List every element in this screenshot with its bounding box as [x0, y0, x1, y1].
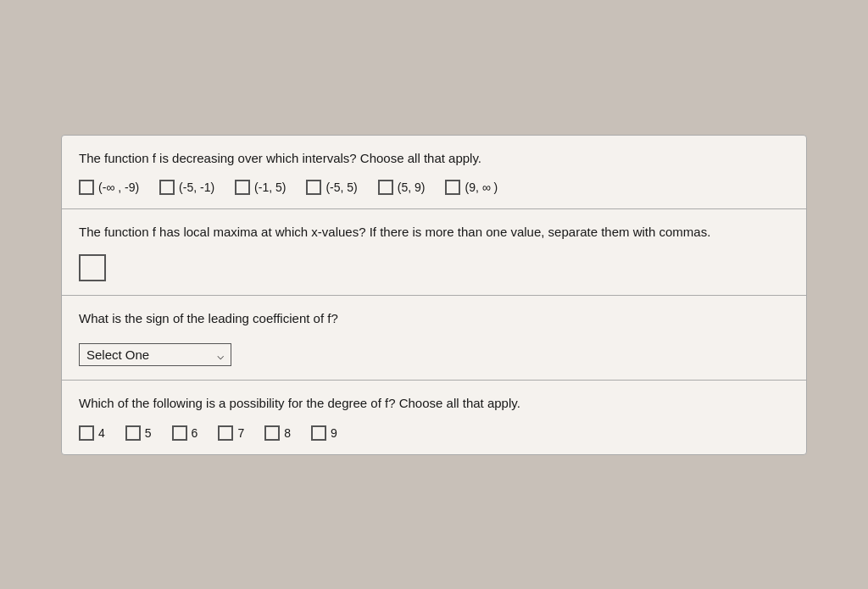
checkbox-d3-label: 6 — [192, 426, 198, 440]
quiz-card: The function f is decreasing over which … — [61, 135, 807, 455]
checkbox-a6[interactable]: (9, ∞ ) — [445, 180, 498, 195]
checkbox-a3[interactable]: (-1, 5) — [235, 180, 286, 195]
section-d: Which of the following is a possibility … — [62, 381, 806, 454]
checkbox-d5-label: 8 — [284, 426, 291, 440]
checkbox-a4-label: (-5, 5) — [326, 181, 357, 194]
checkbox-a6-label: (9, ∞ ) — [465, 181, 498, 194]
checkbox-a2[interactable]: (-5, -1) — [159, 180, 214, 195]
section-c: What is the sign of the leading coeffici… — [62, 296, 806, 381]
checkbox-d4[interactable]: 7 — [218, 425, 244, 441]
checkbox-d5-box[interactable] — [264, 425, 280, 441]
checkbox-a5[interactable]: (5, 9) — [378, 180, 426, 195]
checkbox-d4-box[interactable] — [218, 425, 233, 441]
checkbox-a1[interactable]: (-∞ , -9) — [79, 180, 139, 195]
checkbox-a2-label: (-5, -1) — [179, 181, 214, 194]
section-d-checkboxes: 4 5 6 7 8 9 — [79, 425, 789, 441]
checkbox-d2[interactable]: 5 — [125, 425, 152, 441]
checkbox-d1-label: 4 — [98, 426, 105, 440]
checkbox-a4-box[interactable] — [306, 180, 321, 195]
section-c-text: What is the sign of the leading coeffici… — [79, 309, 789, 329]
section-b: The function f has local maxima at which… — [62, 209, 806, 296]
checkbox-a1-label: (-∞ , -9) — [98, 181, 139, 194]
checkbox-a3-box[interactable] — [235, 180, 250, 195]
section-a-text: The function f is decreasing over which … — [79, 149, 789, 169]
checkbox-a5-box[interactable] — [378, 180, 393, 195]
section-a-checkboxes: (-∞ , -9) (-5, -1) (-1, 5) (-5, 5) (5, 9… — [79, 180, 789, 195]
checkbox-d6[interactable]: 9 — [311, 425, 337, 441]
checkbox-a4[interactable]: (-5, 5) — [306, 180, 357, 195]
checkbox-a1-box[interactable] — [79, 180, 94, 195]
section-b-input[interactable] — [79, 254, 106, 281]
checkbox-d6-box[interactable] — [311, 425, 326, 441]
section-c-select-wrapper[interactable]: Select One Positive Negative ⌵ — [79, 343, 231, 366]
checkbox-d2-box[interactable] — [125, 425, 141, 441]
checkbox-a2-box[interactable] — [159, 180, 175, 195]
section-c-select[interactable]: Select One Positive Negative — [86, 347, 210, 362]
checkbox-d1-box[interactable] — [79, 425, 94, 441]
section-b-text: The function f has local maxima at which… — [79, 223, 789, 242]
section-d-text: Which of the following is a possibility … — [79, 394, 789, 414]
checkbox-d4-label: 7 — [237, 426, 244, 440]
checkbox-d5[interactable]: 8 — [264, 425, 291, 441]
checkbox-a6-box[interactable] — [445, 180, 460, 195]
checkbox-a3-label: (-1, 5) — [254, 181, 286, 194]
chevron-down-icon: ⌵ — [217, 348, 224, 362]
checkbox-d3-box[interactable] — [172, 425, 187, 441]
checkbox-d2-label: 5 — [145, 426, 152, 440]
section-a: The function f is decreasing over which … — [62, 136, 806, 210]
checkbox-d3[interactable]: 6 — [172, 425, 198, 441]
checkbox-a5-label: (5, 9) — [398, 181, 426, 194]
checkbox-d6-label: 9 — [331, 426, 337, 440]
checkbox-d1[interactable]: 4 — [79, 425, 105, 441]
